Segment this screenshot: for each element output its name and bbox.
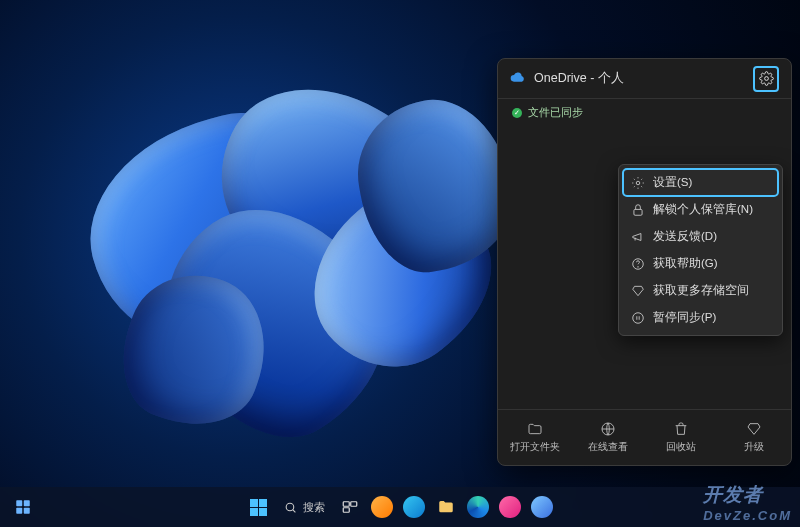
- menu-label: 获取更多存储空间: [653, 283, 749, 298]
- svg-rect-12: [343, 502, 349, 507]
- menu-label: 发送反馈(D): [653, 229, 717, 244]
- start-button[interactable]: [246, 494, 272, 520]
- file-explorer-button[interactable]: [433, 494, 459, 520]
- flyout-header: OneDrive - 个人: [498, 59, 791, 99]
- flyout-bottom-bar: 打开文件夹 在线查看 回收站 升级: [498, 409, 791, 465]
- svg-point-11: [286, 503, 294, 511]
- svg-rect-13: [350, 502, 356, 507]
- app-icon: [403, 496, 425, 518]
- menu-item-unlock-vault[interactable]: 解锁个人保管库(N): [623, 196, 778, 223]
- diamond-icon: [746, 421, 762, 437]
- bottom-recycle-bin[interactable]: 回收站: [645, 410, 718, 465]
- help-icon: [631, 257, 645, 271]
- pinned-app-3[interactable]: [497, 494, 523, 520]
- diamond-icon: [631, 284, 645, 298]
- svg-rect-7: [16, 500, 22, 506]
- svg-point-0: [764, 77, 768, 81]
- svg-rect-2: [634, 209, 642, 215]
- windows-logo-icon: [250, 499, 267, 516]
- bottom-upgrade[interactable]: 升级: [718, 410, 791, 465]
- bottom-label: 打开文件夹: [510, 440, 560, 454]
- status-text: 文件已同步: [528, 105, 583, 120]
- pinned-app-2[interactable]: [401, 494, 427, 520]
- settings-menu: 设置(S) 解锁个人保管库(N) 发送反馈(D) 获取帮助(G) 获取更多存储空…: [618, 164, 783, 336]
- sync-status: 文件已同步: [498, 99, 791, 122]
- menu-item-storage[interactable]: 获取更多存储空间: [623, 277, 778, 304]
- trash-icon: [673, 421, 689, 437]
- bottom-open-folder[interactable]: 打开文件夹: [498, 410, 571, 465]
- svg-rect-9: [16, 508, 22, 514]
- flyout-body: 设置(S) 解锁个人保管库(N) 发送反馈(D) 获取帮助(G) 获取更多存储空…: [498, 122, 791, 409]
- taskbar-left: [10, 487, 36, 527]
- folder-icon: [527, 421, 543, 437]
- globe-icon: [600, 421, 616, 437]
- task-view-button[interactable]: [337, 494, 363, 520]
- flyout-title: OneDrive - 个人: [534, 70, 745, 87]
- svg-point-4: [638, 266, 639, 267]
- settings-gear-button[interactable]: [753, 66, 779, 92]
- bottom-label: 在线查看: [588, 440, 628, 454]
- search-icon: [284, 501, 297, 514]
- svg-rect-8: [24, 500, 30, 506]
- search-placeholder: 搜索: [303, 500, 325, 515]
- desktop: OneDrive - 个人 文件已同步 设置(S) 解锁个人保管库(N): [0, 0, 800, 527]
- bottom-label: 回收站: [666, 440, 696, 454]
- cloud-icon: [510, 69, 526, 88]
- bottom-view-online[interactable]: 在线查看: [571, 410, 644, 465]
- menu-item-feedback[interactable]: 发送反馈(D): [623, 223, 778, 250]
- menu-label: 设置(S): [653, 175, 692, 190]
- taskbar-search[interactable]: 搜索: [278, 500, 331, 515]
- status-check-icon: [512, 108, 522, 118]
- edge-button[interactable]: [465, 494, 491, 520]
- gear-icon: [631, 176, 645, 190]
- lock-icon: [631, 203, 645, 217]
- menu-item-pause[interactable]: 暂停同步(P): [623, 304, 778, 331]
- menu-item-help[interactable]: 获取帮助(G): [623, 250, 778, 277]
- svg-rect-10: [24, 508, 30, 514]
- megaphone-icon: [631, 230, 645, 244]
- svg-point-1: [636, 181, 640, 185]
- pinned-app-1[interactable]: [369, 494, 395, 520]
- pause-icon: [631, 311, 645, 325]
- menu-label: 获取帮助(G): [653, 256, 718, 271]
- edge-icon: [467, 496, 489, 518]
- app-icon: [531, 496, 553, 518]
- taskbar: 搜索: [0, 487, 800, 527]
- app-icon: [499, 496, 521, 518]
- widgets-icon[interactable]: [10, 494, 36, 520]
- menu-item-settings[interactable]: 设置(S): [623, 169, 778, 196]
- app-icon: [371, 496, 393, 518]
- onedrive-flyout: OneDrive - 个人 文件已同步 设置(S) 解锁个人保管库(N): [497, 58, 792, 466]
- menu-label: 暂停同步(P): [653, 310, 716, 325]
- svg-point-5: [633, 312, 644, 323]
- bottom-label: 升级: [744, 440, 764, 454]
- menu-label: 解锁个人保管库(N): [653, 202, 753, 217]
- svg-rect-14: [343, 508, 349, 513]
- pinned-app-4[interactable]: [529, 494, 555, 520]
